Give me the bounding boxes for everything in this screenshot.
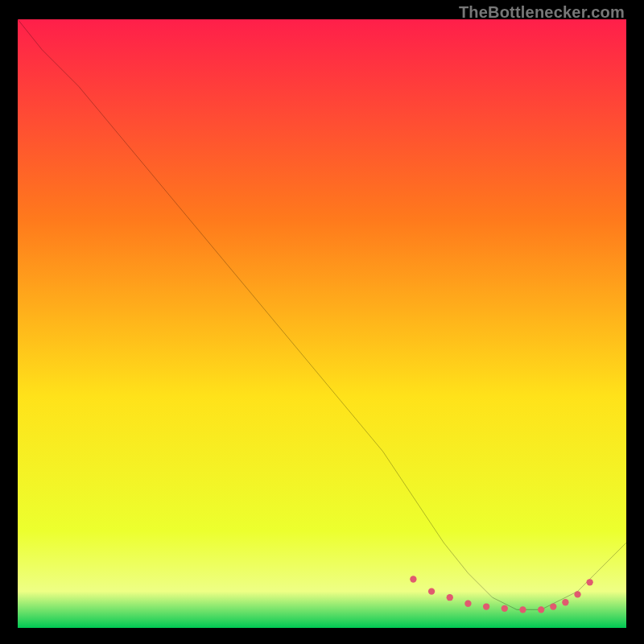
highlight-dot (447, 594, 453, 601)
highlight-dot (519, 606, 526, 613)
highlight-dot (550, 603, 556, 609)
plot-background (18, 19, 626, 628)
highlight-dot (562, 599, 568, 605)
highlight-dot (428, 588, 435, 594)
highlight-dot (483, 603, 489, 609)
highlight-dot (538, 606, 544, 613)
highlight-dot (464, 601, 471, 607)
plot-svg (18, 19, 626, 628)
highlight-dot (574, 591, 580, 597)
highlight-dot (586, 579, 592, 585)
highlight-dot (410, 576, 416, 582)
highlight-dot (502, 605, 508, 612)
